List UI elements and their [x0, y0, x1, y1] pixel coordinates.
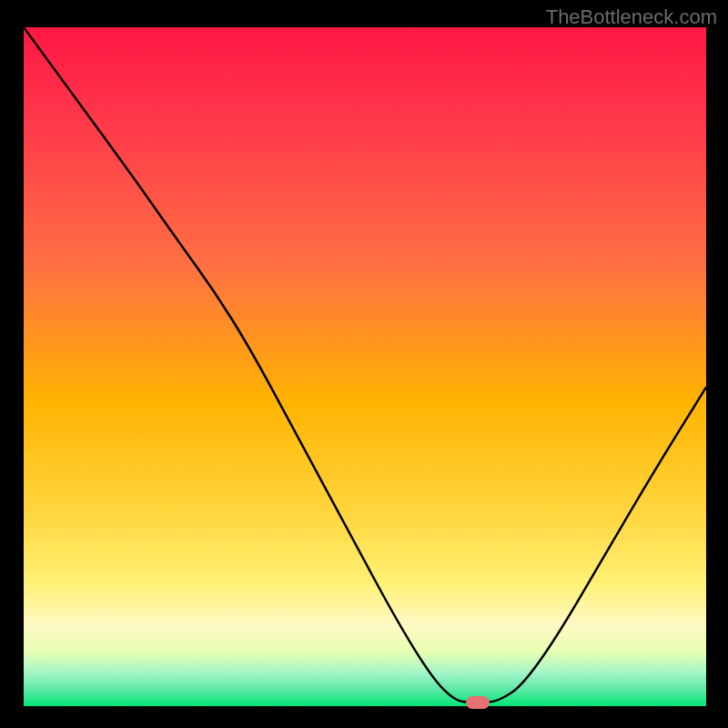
- chart-area: [24, 27, 706, 706]
- curve-layer: [24, 27, 706, 706]
- bottleneck-curve: [24, 27, 706, 703]
- watermark-text: TheBottleneck.com: [546, 5, 717, 29]
- optimal-marker: [466, 696, 490, 709]
